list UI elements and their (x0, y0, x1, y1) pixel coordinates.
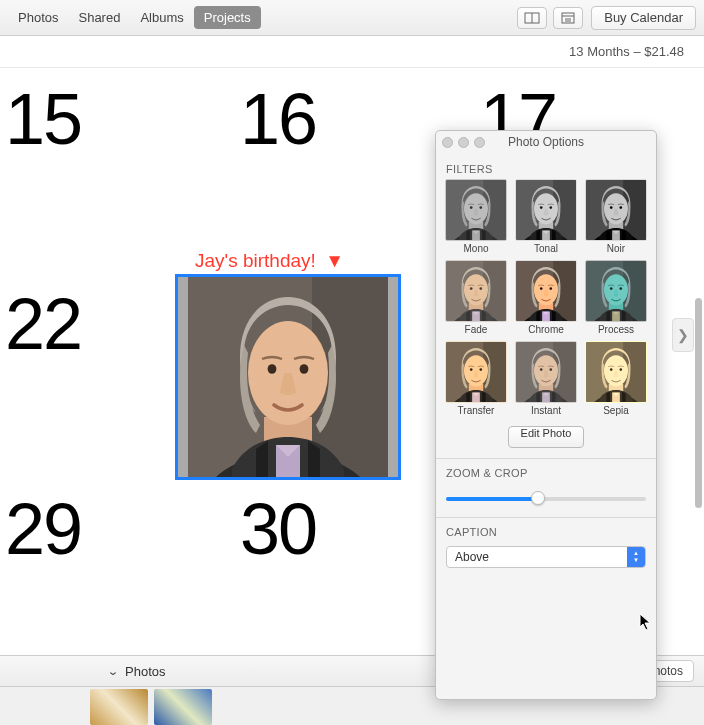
filter-label: Noir (607, 243, 625, 254)
edit-photo-button[interactable]: Edit Photo (508, 426, 585, 448)
mouse-cursor (639, 613, 653, 631)
filter-label: Mono (463, 243, 488, 254)
chevron-down-icon: ⌄ (107, 665, 119, 678)
portrait-image (178, 277, 398, 477)
photo-caption-text: Jay's birthday! (195, 250, 316, 271)
tab-shared[interactable]: Shared (68, 6, 130, 29)
filter-noir[interactable]: Noir (584, 179, 648, 254)
filter-transfer[interactable]: Transfer (444, 341, 508, 416)
day-22[interactable]: 22 (5, 283, 81, 365)
filter-tonal[interactable]: Tonal (514, 179, 578, 254)
tab-photos[interactable]: Photos (8, 6, 68, 29)
chevron-right-icon: ❯ (677, 327, 689, 343)
filter-label: Tonal (534, 243, 558, 254)
toolbar: Photos Shared Albums Projects Buy Calend… (0, 0, 704, 36)
filter-sepia[interactable]: Sepia (584, 341, 648, 416)
view-mode-buttons (517, 7, 583, 29)
caption-position-select[interactable] (446, 546, 646, 568)
filter-fade[interactable]: Fade (444, 260, 508, 335)
next-month-button[interactable]: ❯ (672, 318, 694, 352)
filter-chrome[interactable]: Chrome (514, 260, 578, 335)
close-icon[interactable] (442, 137, 453, 148)
filter-label: Transfer (458, 405, 495, 416)
day-16[interactable]: 16 (240, 78, 316, 160)
view-pages-button[interactable] (517, 7, 547, 29)
filters-section-label: FILTERS (446, 163, 648, 175)
slider-thumb[interactable] (531, 491, 545, 505)
filter-label: Instant (531, 405, 561, 416)
tab-albums[interactable]: Albums (130, 6, 193, 29)
photo-drawer-label: Photos (125, 664, 165, 679)
drawer-thumb[interactable] (154, 689, 212, 725)
zoom-section-label: ZOOM & CROP (446, 467, 648, 479)
filter-mono[interactable]: Mono (444, 179, 508, 254)
panel-titlebar[interactable]: Photo Options (436, 131, 656, 153)
photo-options-panel: Photo Options FILTERS MonoTonalNoirFadeC… (435, 130, 657, 700)
caption-section-label: CAPTION (446, 526, 648, 538)
day-30[interactable]: 30 (240, 488, 316, 570)
minimize-icon[interactable] (458, 137, 469, 148)
day-29[interactable]: 29 (5, 488, 81, 570)
filters-grid: MonoTonalNoirFadeChromeProcessTransferIn… (444, 179, 648, 416)
source-tabs: Photos Shared Albums Projects (8, 6, 261, 29)
buy-calendar-button[interactable]: Buy Calendar (591, 6, 696, 30)
filter-label: Fade (465, 324, 488, 335)
vertical-scrollbar[interactable] (695, 298, 702, 508)
zoom-icon[interactable] (474, 137, 485, 148)
filter-label: Process (598, 324, 634, 335)
window-controls (442, 137, 485, 148)
caption-position-icon: ▼ (325, 250, 344, 272)
project-status: 13 Months – $21.48 (0, 36, 704, 68)
tab-projects[interactable]: Projects (194, 6, 261, 29)
photo-caption[interactable]: Jay's birthday! ▼ (195, 250, 344, 272)
zoom-slider[interactable] (446, 489, 646, 509)
filter-process[interactable]: Process (584, 260, 648, 335)
filter-instant[interactable]: Instant (514, 341, 578, 416)
drawer-thumb[interactable] (90, 689, 148, 725)
filter-label: Sepia (603, 405, 629, 416)
view-single-button[interactable] (553, 7, 583, 29)
filter-label: Chrome (528, 324, 564, 335)
day-15[interactable]: 15 (5, 78, 81, 160)
calendar-photo[interactable] (175, 274, 401, 480)
